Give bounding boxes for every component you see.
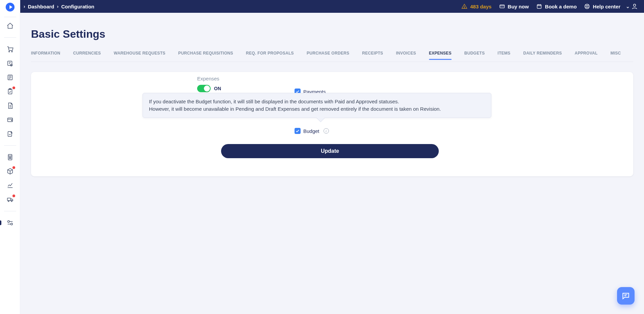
calendar-icon [536,3,542,9]
tab-items[interactable]: ITEMS [498,51,511,60]
trial-days-text: 483 days [470,4,491,9]
tab-information[interactable]: INFORMATION [31,51,60,60]
svg-point-20 [10,223,12,225]
budget-checkbox-row: Budget i [295,128,329,134]
truck-icon[interactable] [6,196,14,204]
wallet-icon[interactable] [6,116,14,124]
svg-point-26 [634,4,636,6]
tooltip-line: If you deactivate the Budget function, i… [149,98,485,105]
svg-rect-22 [500,5,504,8]
budget-label: Budget [303,128,319,134]
app-logo[interactable] [5,2,15,12]
chart-icon[interactable] [6,181,14,189]
box-icon[interactable] [6,167,14,175]
tab-purchase-requisitions[interactable]: PURCHASE REQUISITIONS [178,51,233,60]
notification-dot [12,195,15,197]
update-button[interactable]: Update [221,144,439,158]
notification-dot [12,166,15,169]
svg-point-1 [8,51,9,52]
main-content: Basic Settings INFORMATIONCURRENCIESWARE… [20,13,644,314]
cart-icon[interactable] [6,45,14,53]
expenses-toggle-state: ON [214,86,221,91]
tab-approval[interactable]: APPROVAL [575,51,597,60]
divider [4,145,16,146]
info-icon[interactable]: i [324,128,329,134]
svg-point-19 [7,221,9,223]
svg-rect-8 [7,118,12,122]
svg-point-13 [10,157,11,158]
document-icon[interactable] [6,102,14,110]
breadcrumb: › Dashboard › Configuration [24,4,94,9]
tooltip-line: However, it will become unavailable in P… [149,105,485,113]
settings-tabs: INFORMATIONCURRENCIESWAREHOUSE REQUESTSP… [31,48,633,62]
divider [4,211,16,211]
divider [4,17,16,17]
tab-budgets[interactable]: BUDGETS [464,51,485,60]
trial-days-indicator[interactable]: 483 days [461,3,491,9]
svg-point-21 [464,8,465,8]
svg-point-2 [11,51,12,52]
chevron-right-icon: › [57,4,59,9]
tab-misc[interactable]: MISC [610,51,621,60]
tab-daily-reminders[interactable]: DAILY REMINDERS [523,51,562,60]
svg-rect-23 [537,5,541,8]
clipboard-icon[interactable] [6,88,14,96]
expenses-section-label: Expenses [197,76,221,81]
svg-point-17 [8,201,9,202]
file-icon[interactable] [6,130,14,138]
receipt-icon[interactable] [6,73,14,81]
svg-rect-3 [7,61,12,66]
divider [4,37,16,38]
help-center-button[interactable]: Help center [584,3,620,9]
home-icon[interactable] [6,22,14,30]
chat-fab[interactable] [617,287,635,305]
credit-card-icon [499,3,505,9]
tab-purchase-orders[interactable]: PURCHASE ORDERS [307,51,349,60]
user-profile-icon[interactable] [631,3,638,10]
topbar: › Dashboard › Configuration 483 days Buy… [20,0,644,13]
tab-currencies[interactable]: CURRENCIES [73,51,101,60]
integrations-icon[interactable] [6,219,14,227]
lifebuoy-icon [584,3,590,9]
tab-expenses[interactable]: EXPENSES [429,51,452,60]
svg-rect-16 [7,198,10,200]
calculator-icon[interactable] [6,153,14,161]
warning-triangle-icon [461,3,467,9]
svg-point-12 [9,157,10,158]
vendor-icon[interactable] [6,59,14,67]
tab-receipts[interactable]: RECEIPTS [362,51,383,60]
breadcrumb-item[interactable]: Configuration [61,4,94,9]
svg-rect-11 [8,154,12,160]
book-demo-label: Book a demo [545,4,577,9]
budget-tooltip: If you deactivate the Budget function, i… [143,93,491,118]
svg-point-14 [9,158,10,159]
notification-dot [12,86,15,89]
left-sidebar [0,0,20,314]
chevron-right-icon: › [24,4,25,9]
buy-now-label: Buy now [508,4,529,9]
tab-invoices[interactable]: INVOICES [396,51,416,60]
tab-req-for-proposals[interactable]: REQ. FOR PROPOSALS [246,51,294,60]
page-title: Basic Settings [31,28,633,40]
active-indicator [0,220,1,225]
svg-point-15 [10,158,11,159]
book-demo-button[interactable]: Book a demo [536,3,577,9]
svg-point-18 [11,201,12,202]
expenses-toggle[interactable] [197,85,211,92]
help-center-label: Help center [593,4,620,9]
chevron-down-icon: ⌄ [626,4,630,9]
user-menu-toggle[interactable]: ⌄ [626,4,630,9]
svg-point-9 [11,120,12,121]
expenses-settings-panel [31,72,633,176]
expenses-section: Expenses ON [197,76,221,92]
breadcrumb-item[interactable]: Dashboard [28,4,54,9]
buy-now-button[interactable]: Buy now [499,3,529,9]
budget-checkbox[interactable] [295,128,301,134]
tab-warehouse-requests[interactable]: WAREHOUSE REQUESTS [114,51,165,60]
svg-point-25 [586,5,588,7]
